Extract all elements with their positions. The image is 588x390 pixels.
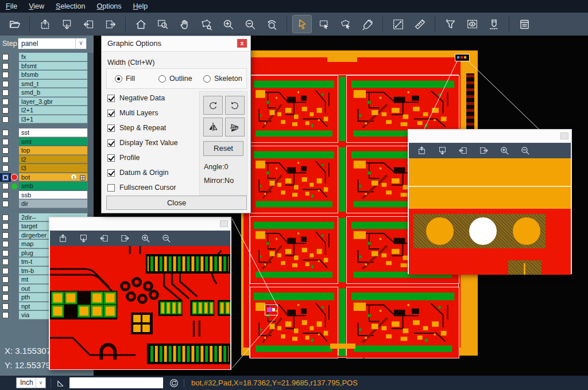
- layer-row-bfsmb[interactable]: bfsmb: [0, 71, 94, 80]
- layer-visibility-checkbox[interactable]: [2, 214, 9, 221]
- select-tool-button[interactable]: [293, 15, 311, 33]
- checkbox-multi-layers[interactable]: Multi Layers: [107, 108, 158, 118]
- zoom-in-button[interactable]: [219, 15, 237, 33]
- layer-visibility-checkbox[interactable]: [2, 54, 9, 60]
- layer-row-smd_b[interactable]: smd_b: [0, 88, 94, 98]
- command-input[interactable]: [69, 377, 163, 388]
- layer-visibility-checkbox[interactable]: [2, 174, 9, 181]
- layer-name[interactable]: smt: [19, 138, 87, 146]
- layer-visibility-checkbox[interactable]: [2, 183, 9, 189]
- layer-name[interactable]: l2: [19, 155, 87, 164]
- close-button[interactable]: Close: [106, 196, 247, 210]
- pcb-board-instance[interactable]: [250, 75, 338, 143]
- poly-select-button[interactable]: [336, 15, 355, 33]
- layer-name[interactable]: l3: [19, 164, 87, 173]
- pan-left-button[interactable]: [455, 144, 470, 157]
- zoom-home-button[interactable]: [131, 15, 150, 33]
- layer-visibility-checkbox[interactable]: [2, 312, 9, 318]
- zoom-previous-button[interactable]: [262, 15, 281, 33]
- snap-button[interactable]: [485, 15, 503, 33]
- layer-name[interactable]: sst: [19, 128, 87, 137]
- layer-row-smt[interactable]: smt: [0, 138, 94, 147]
- layer-row-smd_t[interactable]: smd_t: [0, 80, 94, 89]
- rotate-ccw-button[interactable]: [225, 96, 245, 115]
- layer-row-l2[interactable]: l2: [0, 155, 94, 165]
- layer-visibility-checkbox[interactable]: [2, 250, 9, 256]
- checkbox-fullscreen-cursor[interactable]: Fullscreen Cursor: [107, 183, 176, 192]
- layer-visibility-checkbox[interactable]: [2, 303, 9, 310]
- preview-content-pcb-detail[interactable]: [50, 246, 230, 369]
- checkbox-display-text-value[interactable]: Display Text Value: [107, 138, 178, 147]
- layer-name[interactable]: smd_b: [19, 88, 87, 97]
- zoom-polygon-button[interactable]: [197, 15, 215, 33]
- layer-name[interactable]: bot1: [19, 173, 87, 182]
- zoom-out-button[interactable]: [241, 15, 259, 33]
- layer-row-fx[interactable]: fx: [0, 53, 94, 62]
- zoom-area-button[interactable]: [153, 15, 172, 33]
- preview-window-button[interactable]: [560, 132, 568, 139]
- move-view-right-button[interactable]: [101, 15, 119, 33]
- view-options-button[interactable]: [463, 15, 481, 33]
- pan-down-button[interactable]: [435, 144, 450, 157]
- layer-row-ssb[interactable]: ssb: [0, 191, 94, 200]
- pcb-board-instance[interactable]: [250, 216, 338, 284]
- checkbox-profile[interactable]: Profile: [107, 153, 140, 162]
- layer-visibility-checkbox[interactable]: [2, 89, 9, 96]
- pcb-board-instance[interactable]: [346, 287, 459, 358]
- layer-visibility-checkbox[interactable]: [2, 259, 9, 265]
- measure-button[interactable]: [389, 15, 407, 33]
- layer-visibility-checkbox[interactable]: [2, 232, 9, 239]
- layer-name[interactable]: l2+1: [19, 106, 87, 115]
- layer-row-top[interactable]: top: [0, 146, 94, 155]
- layer-visibility-checkbox[interactable]: [2, 241, 9, 247]
- clean-tool-button[interactable]: [358, 15, 377, 33]
- menu-file[interactable]: File: [0, 0, 23, 13]
- pan-left-button[interactable]: [96, 232, 111, 245]
- move-view-up-button[interactable]: [36, 15, 54, 33]
- layer-row-smb[interactable]: smb: [0, 182, 94, 191]
- layer-visibility-checkbox[interactable]: [2, 116, 9, 123]
- pan-up-button[interactable]: [414, 144, 429, 157]
- layer-name[interactable]: top: [19, 146, 87, 155]
- layer-visibility-checkbox[interactable]: [2, 157, 9, 163]
- layer-visibility-checkbox[interactable]: [2, 72, 9, 78]
- step-select[interactable]: panel ∨: [18, 38, 87, 49]
- layer-name[interactable]: bfsmt: [19, 62, 87, 71]
- pan-down-button[interactable]: [76, 232, 91, 245]
- layer-row-dir[interactable]: dir: [0, 200, 94, 209]
- pan-tool-button[interactable]: [175, 15, 194, 33]
- layer-row-bot[interactable]: bot1: [0, 173, 94, 182]
- zoom-in-button[interactable]: [497, 144, 512, 157]
- layer-visibility-checkbox[interactable]: [2, 165, 9, 171]
- menu-help[interactable]: Help: [127, 0, 154, 13]
- layer-name[interactable]: fx: [19, 53, 87, 61]
- layer-row-sst[interactable]: sst: [0, 128, 94, 138]
- layer-name[interactable]: layer_3.gbr: [19, 98, 87, 106]
- layer-visibility-checkbox[interactable]: [2, 223, 9, 229]
- radio-outline[interactable]: Outline: [158, 75, 192, 83]
- pan-up-button[interactable]: [55, 232, 70, 245]
- layer-row-l3[interactable]: l3: [0, 164, 94, 173]
- radio-fill[interactable]: Fill: [115, 75, 135, 83]
- layer-visibility-checkbox[interactable]: [2, 130, 9, 136]
- mirror-vertical-button[interactable]: [203, 118, 223, 136]
- zoom-region-marker-bottom[interactable]: [265, 305, 278, 315]
- refresh-icon[interactable]: [169, 378, 179, 388]
- filter-button[interactable]: [441, 15, 459, 33]
- pcb-board-instance[interactable]: [250, 146, 338, 213]
- dialog-close-button[interactable]: x: [237, 39, 247, 48]
- layer-visibility-checkbox[interactable]: [2, 63, 9, 69]
- zoom-out-button[interactable]: [158, 232, 173, 245]
- checkbox-negative-data[interactable]: Negative Data: [107, 93, 165, 103]
- rotate-cw-button[interactable]: [203, 96, 223, 115]
- move-view-left-button[interactable]: [79, 15, 98, 33]
- reset-button[interactable]: Reset: [203, 141, 243, 156]
- layer-visibility-checkbox[interactable]: [2, 139, 9, 145]
- move-view-down-button[interactable]: [57, 15, 76, 33]
- preview-window-button[interactable]: [220, 220, 228, 227]
- layer-row-l3+1[interactable]: l3+1: [0, 115, 94, 124]
- pan-right-button[interactable]: [476, 144, 491, 157]
- layer-name[interactable]: smd_t: [19, 80, 87, 88]
- report-button[interactable]: [515, 15, 533, 33]
- layer-visibility-checkbox[interactable]: [2, 192, 9, 198]
